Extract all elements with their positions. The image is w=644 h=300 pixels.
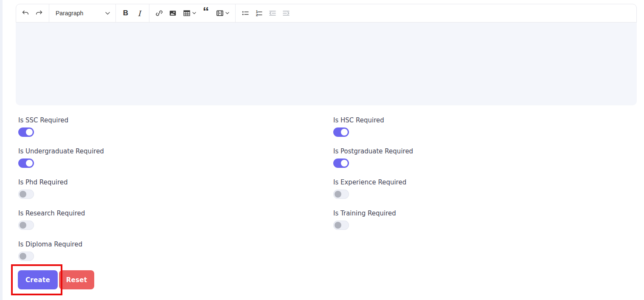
bulleted-list-icon: [241, 9, 250, 17]
indent-button[interactable]: [279, 6, 293, 20]
numbered-list-button[interactable]: 1 2: [252, 6, 266, 20]
paragraph-style-dropdown[interactable]: Paragraph: [52, 6, 112, 20]
toggle-switch-hsc[interactable]: [333, 127, 349, 137]
toolbar-separator: [149, 4, 149, 22]
toggle-knob: [20, 253, 26, 260]
chevron-down-icon: [192, 12, 196, 14]
toggle-knob: [26, 129, 33, 136]
redo-button[interactable]: [32, 6, 46, 20]
outdent-icon: [268, 9, 277, 17]
block-quote-icon: “: [203, 9, 209, 17]
toggle-label-postgraduate: Is Postgraduate Required: [333, 147, 413, 155]
toggle-label-phd: Is Phd Required: [18, 178, 68, 186]
rich-text-editor: Paragraph B I: [16, 4, 637, 105]
media-embed-icon: [216, 9, 224, 17]
toggle-knob: [20, 222, 26, 229]
toggle-knob: [26, 160, 33, 167]
bold-button[interactable]: B: [119, 6, 132, 20]
bold-icon: B: [123, 9, 128, 17]
media-embed-button[interactable]: [213, 6, 232, 20]
image-icon: [169, 9, 177, 17]
svg-text:2: 2: [256, 13, 258, 17]
toggle-label-hsc: Is HSC Required: [333, 116, 384, 124]
chevron-down-icon: [105, 12, 110, 15]
undo-icon: [21, 9, 30, 17]
toggle-switch-phd[interactable]: [18, 190, 34, 199]
toggle-label-undergraduate: Is Undergraduate Required: [18, 147, 104, 155]
toggle-switch-ssc[interactable]: [18, 127, 34, 137]
form-page: Paragraph B I: [3, 0, 644, 300]
editor-toolbar: Paragraph B I: [16, 4, 637, 23]
paragraph-style-label: Paragraph: [56, 10, 83, 17]
italic-icon: I: [138, 9, 141, 18]
chevron-down-icon: [225, 12, 229, 14]
toggle-label-diploma: Is Diploma Required: [18, 241, 82, 248]
editor-content-area[interactable]: [16, 23, 637, 105]
toggle-label-training: Is Training Required: [333, 209, 396, 217]
insert-image-button[interactable]: [166, 6, 180, 20]
toggle-knob: [20, 191, 26, 198]
italic-button[interactable]: I: [132, 6, 146, 20]
indent-icon: [282, 9, 290, 17]
toolbar-separator: [49, 4, 49, 22]
toggle-switch-experience[interactable]: [333, 190, 349, 199]
toggle-switch-diploma[interactable]: [18, 252, 34, 261]
block-quote-button[interactable]: “: [199, 6, 213, 20]
insert-table-icon: [183, 9, 191, 17]
toolbar-separator: [235, 4, 236, 22]
toggle-knob: [341, 160, 348, 167]
toggle-switch-undergraduate[interactable]: [18, 158, 34, 168]
create-button[interactable]: Create: [18, 270, 58, 289]
toggle-label-ssc: Is SSC Required: [18, 116, 68, 124]
insert-table-button[interactable]: [180, 6, 199, 20]
numbered-list-icon: 1 2: [255, 9, 263, 17]
toggle-label-research: Is Research Required: [18, 209, 85, 217]
bulleted-list-button[interactable]: [239, 6, 252, 20]
toggle-knob: [335, 191, 341, 198]
toggle-switch-research[interactable]: [18, 221, 34, 230]
toolbar-separator: [115, 4, 116, 22]
toggle-switch-training[interactable]: [333, 221, 349, 230]
link-icon: [155, 9, 163, 17]
toggle-knob: [341, 129, 348, 136]
toggle-switch-postgraduate[interactable]: [333, 158, 349, 168]
outdent-button[interactable]: [266, 6, 279, 20]
redo-icon: [35, 9, 43, 17]
undo-button[interactable]: [19, 6, 32, 20]
link-button[interactable]: [152, 6, 166, 20]
reset-button[interactable]: Reset: [59, 270, 94, 289]
toggle-label-experience: Is Experience Required: [333, 178, 406, 186]
toggle-knob: [335, 222, 341, 229]
